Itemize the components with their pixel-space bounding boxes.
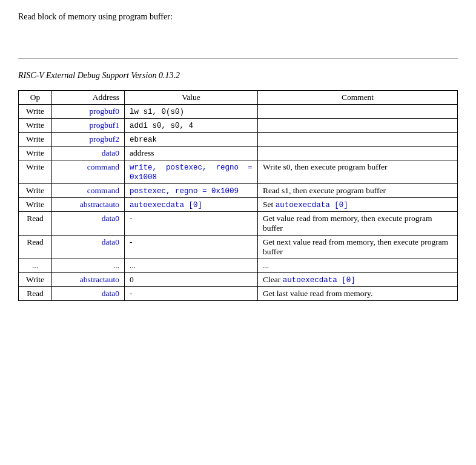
cell-op: Read xyxy=(19,236,52,259)
cell-comment: ... xyxy=(258,259,458,273)
cell-op: Read xyxy=(19,212,52,236)
cell-address: data0 xyxy=(52,287,125,301)
table-row: ... ... ... ... xyxy=(19,259,458,273)
table-row: Write command postexec, regno = 0x1009 R… xyxy=(19,184,458,198)
table-row: Write progbuf2 ebreak xyxy=(19,133,458,147)
cell-address: data0 xyxy=(52,147,125,160)
cell-address: abstractauto xyxy=(52,273,125,287)
cell-address: command xyxy=(52,160,125,184)
debug-table: Op Address Value Comment Write progbuf0 … xyxy=(18,90,458,301)
cell-op: Write xyxy=(19,160,52,184)
cell-value: addi s0, s0, 4 xyxy=(125,119,258,133)
cell-op: Write xyxy=(19,198,52,212)
cell-value: - xyxy=(125,212,258,236)
cell-address: data0 xyxy=(52,236,125,259)
cell-value: ... xyxy=(125,259,258,273)
table-row: Write data0 address xyxy=(19,147,458,160)
cell-value: postexec, regno = 0x1009 xyxy=(125,184,258,198)
divider xyxy=(18,58,458,59)
cell-comment: Read s1, then execute program buffer xyxy=(258,184,458,198)
cell-op: Write xyxy=(19,273,52,287)
col-header-comment: Comment xyxy=(258,91,458,105)
table-row: Write abstractauto autoexecdata [0] Set … xyxy=(19,198,458,212)
cell-comment: Clear autoexecdata [0] xyxy=(258,273,458,287)
doc-subtitle: RISC-V External Debug Support Version 0.… xyxy=(18,71,458,81)
cell-value: lw s1, 0(s0) xyxy=(125,105,258,119)
cell-address: ... xyxy=(52,259,125,273)
cell-comment: Get last value read from memory. xyxy=(258,287,458,301)
cell-op: Write xyxy=(19,119,52,133)
cell-value: - xyxy=(125,236,258,259)
cell-value: write, postexec, regno =0x1008 xyxy=(125,160,258,184)
table-row: Write abstractauto 0 Clear autoexecdata … xyxy=(19,273,458,287)
table-row: Write command write, postexec, regno =0x… xyxy=(19,160,458,184)
cell-op: Write xyxy=(19,147,52,160)
table-row: Read data0 - Get next value read from me… xyxy=(19,236,458,259)
cell-value: ebreak xyxy=(125,133,258,147)
cell-value: autoexecdata [0] xyxy=(125,198,258,212)
table-row: Read data0 - Get value read from memory,… xyxy=(19,212,458,236)
col-header-address: Address xyxy=(52,91,125,105)
cell-op: Write xyxy=(19,133,52,147)
cell-comment xyxy=(258,119,458,133)
cell-op: Write xyxy=(19,105,52,119)
cell-op: ... xyxy=(19,259,52,273)
table-row: Read data0 - Get last value read from me… xyxy=(19,287,458,301)
col-header-op: Op xyxy=(19,91,52,105)
cell-address: command xyxy=(52,184,125,198)
cell-op: Write xyxy=(19,184,52,198)
cell-comment xyxy=(258,133,458,147)
cell-comment: Get next value read from memory, then ex… xyxy=(258,236,458,259)
cell-address: data0 xyxy=(52,212,125,236)
cell-value: - xyxy=(125,287,258,301)
intro-text: Read block of memory using program buffe… xyxy=(18,12,458,22)
cell-comment: Write s0, then execute program buffer xyxy=(258,160,458,184)
cell-value: 0 xyxy=(125,273,258,287)
cell-address: progbuf1 xyxy=(52,119,125,133)
cell-comment: Get value read from memory, then execute… xyxy=(258,212,458,236)
cell-op: Read xyxy=(19,287,52,301)
cell-comment xyxy=(258,147,458,160)
cell-value: address xyxy=(125,147,258,160)
table-row: Write progbuf0 lw s1, 0(s0) xyxy=(19,105,458,119)
cell-address: progbuf0 xyxy=(52,105,125,119)
cell-comment xyxy=(258,105,458,119)
col-header-value: Value xyxy=(125,91,258,105)
cell-address: abstractauto xyxy=(52,198,125,212)
cell-comment: Set autoexecdata [0] xyxy=(258,198,458,212)
cell-address: progbuf2 xyxy=(52,133,125,147)
table-row: Write progbuf1 addi s0, s0, 4 xyxy=(19,119,458,133)
